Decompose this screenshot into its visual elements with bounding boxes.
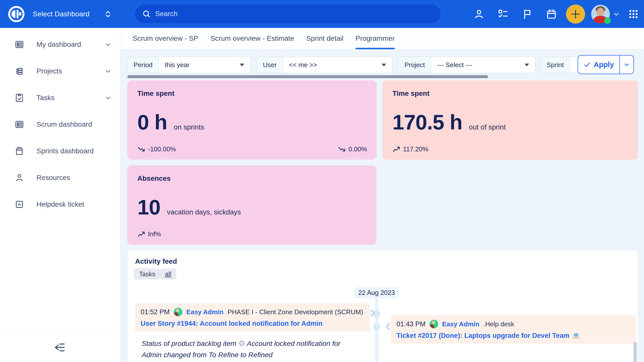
sidebar-item-projects[interactable]: Projects: [0, 58, 120, 84]
project-filter-label: Project: [398, 57, 431, 73]
project-filter-select[interactable]: --- Select ---: [431, 57, 535, 73]
chevron-down-icon[interactable]: [104, 94, 112, 102]
sidebar-item-helpdesk-ticket[interactable]: Helpdesk ticket: [0, 191, 120, 218]
sprint-filter-label: Sprint: [541, 57, 570, 73]
project-filter: Project --- Select ---: [398, 57, 535, 73]
apply-options-chevron[interactable]: [620, 56, 633, 74]
calendar-button[interactable]: [539, 8, 564, 20]
feed-entry-issue-link[interactable]: User Story #1944: Account locked notific…: [141, 320, 365, 328]
user-filter: User << me >>: [257, 57, 392, 73]
dropdown-caret-icon: [525, 64, 529, 66]
person-icon: [14, 173, 24, 183]
feed-entry-ticket-link[interactable]: Ticket #2017 (Done): Laptops upgrade for…: [396, 332, 631, 340]
timeline-dot: [373, 323, 380, 330]
kpi-card-title: Time spent: [392, 89, 628, 98]
tab-scrum-overview-sp[interactable]: Scrum overview - SP: [133, 28, 198, 49]
kpi-card-title: Time spent: [137, 89, 367, 98]
plus-icon: [570, 9, 581, 19]
current-user-avatar[interactable]: [591, 5, 610, 23]
user-filter-label: User: [257, 57, 283, 73]
sidebar-item-tasks[interactable]: Tasks: [0, 84, 120, 111]
flag-icon: [521, 8, 533, 20]
feed-entry-header: 01:43 PM Easy Admin .Help desk Ticket #2…: [391, 315, 636, 344]
kpi-caption: vacation days, sickdays: [167, 208, 241, 216]
feed-entry-time: 01:43 PM: [396, 320, 426, 328]
tasks-clipboard-icon: [14, 93, 24, 103]
user-filter-value: << me >>: [289, 61, 317, 69]
dashboard-selector[interactable]: Select Dashboard: [33, 10, 112, 18]
search-input[interactable]: [155, 10, 434, 18]
app-grid-button[interactable]: [623, 8, 644, 20]
sidebar-item-resources[interactable]: Resources: [0, 164, 120, 191]
check-icon: [584, 61, 591, 68]
user-profile-button[interactable]: [467, 8, 491, 20]
apply-button[interactable]: Apply: [578, 55, 634, 74]
app-logo[interactable]: [0, 5, 33, 23]
sidebar-item-scrum-dashboard[interactable]: Scrum dashboard: [0, 111, 120, 138]
feed-entry-header: 01:52 PM Easy Admin PHASE I - Client Zon…: [135, 303, 370, 332]
task-list-button[interactable]: [491, 8, 515, 20]
topbar-actions: [467, 0, 644, 28]
chevron-up-down-icon: [104, 10, 112, 18]
apply-button-label: Apply: [594, 61, 614, 69]
sprint-filter: Sprint: [540, 57, 584, 73]
trend-indicator-right: 0.00%: [338, 145, 367, 153]
feed-entry-time: 01:52 PM: [141, 308, 170, 316]
tab-scrum-overview-estimate[interactable]: Scrum overview - Estimate: [210, 28, 294, 49]
sidebar-item-sprints-dashboard[interactable]: Sprints dashboard: [0, 138, 120, 164]
tab-sprint-detail[interactable]: Sprint detail: [306, 28, 343, 49]
feed-entry-body: [391, 344, 636, 362]
feed-filter-tasks-button[interactable]: Tasks: [134, 268, 160, 280]
kpi-caption: on sprints: [174, 123, 204, 131]
chevron-down-icon[interactable]: [104, 67, 112, 75]
projects-hierarchy-icon: [14, 66, 24, 76]
kpi-value: 170.5 h: [392, 110, 462, 134]
trend-down-icon: [338, 146, 346, 153]
kpi-value: 10: [137, 195, 160, 219]
feed-entry-user-link[interactable]: Easy Admin: [186, 308, 224, 316]
feed-entry-user-link[interactable]: Easy Admin: [442, 320, 479, 328]
quick-add-button[interactable]: [566, 5, 585, 24]
feed-scrollbar-thumb[interactable]: [634, 342, 637, 362]
kpi-card-title: Absences: [137, 174, 367, 183]
feed-date-badge: 22 Aug 2023: [354, 287, 399, 298]
flagged-items-button[interactable]: [515, 8, 539, 20]
chevron-left-icon: [385, 322, 391, 331]
horizontal-scrollbar-thumb[interactable]: [127, 75, 488, 78]
easy-software-logo-icon: [7, 5, 25, 23]
user-menu-chevron[interactable]: [610, 10, 623, 18]
user-filter-select[interactable]: << me >>: [283, 57, 392, 73]
app-root: Select Dashboard: [0, 0, 644, 362]
sidebar-item-label: Scrum dashboard: [36, 120, 92, 128]
sidebar-item-label: Resources: [36, 174, 70, 182]
period-filter-select[interactable]: this year: [159, 57, 250, 73]
chevron-down-icon: [623, 61, 630, 68]
feed-entry-body-text: Status of product backlog item: [142, 340, 236, 347]
trend-value: Inf%: [148, 230, 161, 238]
chevron-down-icon[interactable]: [104, 41, 112, 48]
kpi-caption: out of sprint: [469, 123, 506, 131]
sidebar-item-my-dashboard[interactable]: My dashboard: [0, 31, 120, 58]
dashboard-tabbar: Scrum overview - SP Scrum overview - Est…: [120, 28, 644, 49]
chevron-down-icon: [613, 10, 620, 18]
tab-programmer[interactable]: Programmer: [355, 28, 395, 49]
gear-icon: ⚙: [238, 339, 245, 348]
trend-indicator: Inf%: [137, 230, 161, 238]
period-filter-label: Period: [128, 57, 159, 73]
trend-indicator-left: -100.00%: [137, 145, 176, 153]
trend-value: 0.00%: [348, 145, 367, 153]
user-avatar[interactable]: [174, 308, 182, 316]
checklist-icon: [497, 8, 509, 20]
feed-filter-all-button[interactable]: all: [160, 268, 176, 280]
trend-value: 117.20%: [403, 145, 428, 153]
user-avatar[interactable]: [430, 320, 438, 328]
sidebar-collapse-button[interactable]: [53, 341, 66, 354]
kpi-card-time-spent-out-of-sprint: Time spent 170.5 h out of sprint 117.20%: [382, 80, 638, 160]
feed-entry-right[interactable]: 01:43 PM Easy Admin .Help desk Ticket #2…: [391, 315, 636, 362]
calendar-icon: [546, 8, 557, 20]
helpdesk-ticket-icon: [14, 199, 24, 209]
period-filter: Period this year: [127, 57, 251, 73]
dropdown-caret-icon: [382, 64, 386, 66]
apply-button-main[interactable]: Apply: [578, 56, 620, 74]
feed-entry-left[interactable]: 01:52 PM Easy Admin PHASE I - Client Zon…: [135, 303, 370, 362]
